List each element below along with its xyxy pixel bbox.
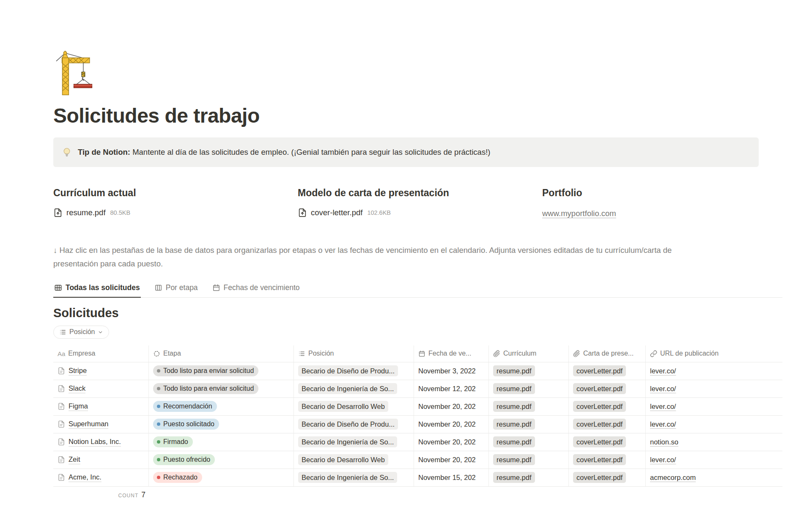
company-cell[interactable]: Stripe — [53, 362, 149, 380]
construction-crane-icon[interactable] — [53, 50, 101, 97]
position-value: Becario de Ingeniería de So... — [298, 383, 397, 394]
column-header-fecha[interactable]: Fecha de ve... — [414, 345, 489, 362]
count-label: COUNT — [118, 493, 139, 499]
url-cell[interactable]: lever.co/ — [646, 362, 782, 380]
tab-fechas-de-vencimiento[interactable]: Fechas de vencimiento — [211, 280, 301, 298]
posting-url-link[interactable]: lever.co/ — [650, 367, 676, 375]
tab-todas-las-solicitudes[interactable]: Todas las solicitudes — [53, 280, 141, 298]
company-name[interactable]: Superhuman — [69, 420, 108, 429]
url-cell[interactable]: notion.so — [646, 433, 782, 451]
stage-cell[interactable]: Puesto solicitado — [149, 416, 294, 433]
cover-letter-cell[interactable]: coverLetter.pdf — [569, 380, 646, 397]
company-name[interactable]: Zeit — [69, 455, 80, 464]
url-cell[interactable]: acmecorp.com — [646, 469, 782, 486]
url-cell[interactable]: lever.co/ — [646, 451, 782, 469]
stage-cell[interactable]: Todo listo para enviar solicitud — [149, 362, 294, 380]
due-date-cell[interactable]: November 12, 202 — [414, 380, 489, 397]
due-date-cell[interactable]: November 15, 202 — [414, 469, 489, 486]
resume-cell[interactable]: resume.pdf — [489, 362, 569, 380]
due-date-cell[interactable]: November 3, 2022 — [414, 362, 489, 380]
company-name[interactable]: Stripe — [69, 367, 87, 375]
resume-cell[interactable]: resume.pdf — [489, 416, 569, 433]
resume-file-name[interactable]: resume.pdf — [66, 208, 106, 217]
company-cell[interactable]: Superhuman — [53, 416, 149, 433]
url-cell[interactable]: lever.co/ — [646, 380, 782, 397]
due-date-cell[interactable]: November 20, 202 — [414, 416, 489, 433]
cover-letter-attachment[interactable]: coverLetter.pdf — [573, 383, 626, 394]
resume-file[interactable]: resume.pdf 80.5KB — [53, 208, 298, 217]
due-date-cell[interactable]: November 20, 202 — [414, 433, 489, 451]
position-cell[interactable]: Becario de Desarrollo Web — [294, 398, 414, 415]
position-cell[interactable]: Becario de Diseño de Produ... — [294, 416, 414, 433]
column-header-empresa[interactable]: AaEmpresa — [53, 345, 149, 362]
column-header-curriculum[interactable]: Currículum — [489, 345, 569, 362]
company-cell[interactable]: Slack — [53, 380, 149, 397]
column-header-carta[interactable]: Carta de prese... — [569, 345, 646, 362]
stage-cell[interactable]: Puesto ofrecido — [149, 451, 294, 469]
cover-letter-attachment[interactable]: coverLetter.pdf — [573, 419, 626, 430]
url-cell[interactable]: lever.co/ — [646, 398, 782, 415]
due-date-cell[interactable]: November 20, 202 — [414, 398, 489, 415]
cover-letter-attachment[interactable]: coverLetter.pdf — [573, 454, 626, 465]
resume-attachment[interactable]: resume.pdf — [493, 472, 535, 483]
resume-attachment[interactable]: resume.pdf — [493, 419, 535, 430]
cover-letter-file[interactable]: cover-letter.pdf 102.6KB — [298, 208, 542, 217]
company-name[interactable]: Acme, Inc. — [69, 473, 102, 482]
resume-cell[interactable]: resume.pdf — [489, 469, 569, 486]
notion-tip-callout[interactable]: Tip de Notion: Mantente al día de las so… — [53, 137, 759, 167]
resume-cell[interactable]: resume.pdf — [489, 380, 569, 397]
company-cell[interactable]: Acme, Inc. — [53, 469, 149, 486]
resume-cell[interactable]: resume.pdf — [489, 451, 569, 469]
column-header-url[interactable]: URL de publicación — [646, 345, 782, 362]
posting-url-link[interactable]: notion.so — [650, 438, 678, 446]
resume-attachment[interactable]: resume.pdf — [493, 383, 535, 394]
company-name[interactable]: Notion Labs, Inc. — [69, 438, 121, 447]
stage-cell[interactable]: Firmado — [149, 433, 294, 451]
cover-letter-cell[interactable]: coverLetter.pdf — [569, 469, 646, 486]
posting-url-link[interactable]: acmecorp.com — [650, 474, 696, 482]
column-header-etapa[interactable]: Etapa — [149, 345, 294, 362]
company-cell[interactable]: Figma — [53, 398, 149, 415]
due-date-cell[interactable]: November 20, 202 — [414, 451, 489, 469]
cover-letter-cell[interactable]: coverLetter.pdf — [569, 416, 646, 433]
notion-page: Solicitudes de trabajo Tip de Notion: Ma… — [0, 0, 812, 499]
cover-letter-cell[interactable]: coverLetter.pdf — [569, 362, 646, 380]
posting-url-link[interactable]: lever.co/ — [650, 420, 676, 428]
cover-letter-file-name[interactable]: cover-letter.pdf — [311, 208, 362, 217]
cover-letter-attachment[interactable]: coverLetter.pdf — [573, 401, 626, 412]
tab-por-etapa[interactable]: Por etapa — [154, 280, 199, 298]
stage-cell[interactable]: Todo listo para enviar solicitud — [149, 380, 294, 397]
tab-label: Por etapa — [166, 283, 198, 292]
cover-letter-attachment[interactable]: coverLetter.pdf — [573, 436, 626, 447]
stage-cell[interactable]: Rechazado — [149, 469, 294, 486]
cover-letter-attachment[interactable]: coverLetter.pdf — [573, 472, 626, 483]
position-cell[interactable]: Becario de Ingeniería de So... — [294, 380, 414, 397]
position-cell[interactable]: Becario de Desarrollo Web — [294, 451, 414, 469]
company-cell[interactable]: Zeit — [53, 451, 149, 469]
posting-url-link[interactable]: lever.co/ — [650, 385, 676, 393]
url-cell[interactable]: lever.co/ — [646, 416, 782, 433]
resume-cell[interactable]: resume.pdf — [489, 433, 569, 451]
position-cell[interactable]: Becario de Ingeniería de So... — [294, 469, 414, 486]
company-name[interactable]: Figma — [69, 402, 88, 411]
resume-attachment[interactable]: resume.pdf — [493, 436, 535, 447]
posting-url-link[interactable]: lever.co/ — [650, 456, 676, 464]
position-cell[interactable]: Becario de Diseño de Produ... — [294, 362, 414, 380]
resume-attachment[interactable]: resume.pdf — [493, 454, 535, 465]
company-name[interactable]: Slack — [69, 384, 85, 393]
posting-url-link[interactable]: lever.co/ — [650, 403, 676, 411]
resume-cell[interactable]: resume.pdf — [489, 398, 569, 415]
column-header-posicion[interactable]: Posición — [294, 345, 414, 362]
resume-attachment[interactable]: resume.pdf — [493, 401, 535, 412]
portfolio-link[interactable]: www.myportfolio.com — [542, 209, 616, 218]
cover-letter-attachment[interactable]: coverLetter.pdf — [573, 365, 626, 376]
position-filter-button[interactable]: Posición — [53, 326, 109, 339]
cover-letter-cell[interactable]: coverLetter.pdf — [569, 451, 646, 469]
table-count-row[interactable]: COUNT7 — [53, 491, 149, 499]
stage-cell[interactable]: Recomendación — [149, 398, 294, 415]
position-cell[interactable]: Becario de Ingeniería de So... — [294, 433, 414, 451]
cover-letter-cell[interactable]: coverLetter.pdf — [569, 398, 646, 415]
company-cell[interactable]: Notion Labs, Inc. — [53, 433, 149, 451]
cover-letter-cell[interactable]: coverLetter.pdf — [569, 433, 646, 451]
resume-attachment[interactable]: resume.pdf — [493, 365, 535, 376]
